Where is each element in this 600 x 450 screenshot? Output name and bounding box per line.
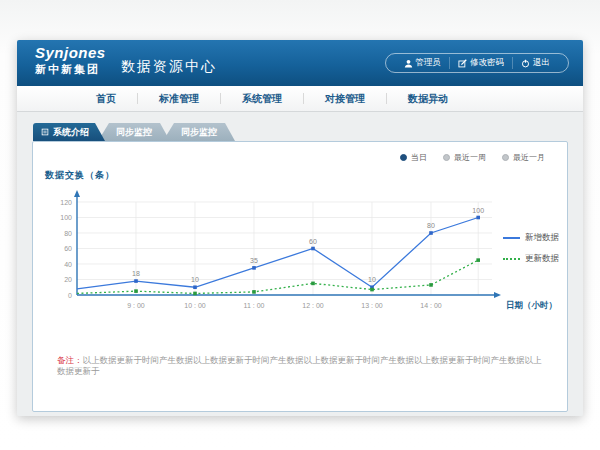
nav-item-4[interactable]: 数据异动 xyxy=(387,92,469,106)
data-point-label: 10 xyxy=(191,276,199,283)
user-menu-power[interactable]: 退出 xyxy=(512,57,558,69)
nav-item-1[interactable]: 标准管理 xyxy=(138,92,220,106)
user-icon xyxy=(404,59,413,68)
tab-bar: 系统介绍同步监控同步监控 xyxy=(33,123,235,141)
app-window: Synjones 新中新集团 数据资源中心 管理员修改密码退出 首页标准管理系统… xyxy=(17,40,583,416)
legend-item-1: 更新数据 xyxy=(503,253,559,265)
nav-item-0[interactable]: 首页 xyxy=(75,92,137,106)
main-nav: 首页标准管理系统管理对接管理数据异动 xyxy=(17,86,583,112)
edit-icon xyxy=(458,59,467,68)
data-point-label: 60 xyxy=(309,238,317,245)
tab-2[interactable]: 同步监控 xyxy=(163,123,235,141)
nav-item-2[interactable]: 系统管理 xyxy=(221,92,303,106)
data-point xyxy=(193,292,197,296)
logo-primary: Synjones xyxy=(35,45,106,60)
radio-option-1[interactable]: 最近一周 xyxy=(443,152,486,163)
header-bar: Synjones 新中新集团 数据资源中心 管理员修改密码退出 xyxy=(17,40,583,86)
data-point-label: 35 xyxy=(250,257,258,264)
footnote-text: 以上数据更新于时间产生数据以上数据更新于时间产生数据以上数据更新于时间产生数据以… xyxy=(57,355,542,376)
series-line-0 xyxy=(77,218,478,289)
y-tick-label: 120 xyxy=(60,199,72,206)
data-point xyxy=(311,247,315,251)
data-point xyxy=(429,283,433,287)
data-point-label: 80 xyxy=(427,222,435,229)
x-tick-label: 13 : 00 xyxy=(361,302,383,309)
y-tick-label: 0 xyxy=(68,292,72,299)
radio-icon xyxy=(443,154,450,161)
data-point xyxy=(193,285,197,289)
radio-option-2[interactable]: 最近一月 xyxy=(502,152,545,163)
data-point xyxy=(476,258,480,262)
x-tick-label: 12 : 00 xyxy=(302,302,324,309)
y-tick-label: 80 xyxy=(64,230,72,237)
chart-legend: 新增数据更新数据 xyxy=(503,232,559,265)
logo-secondary: 新中新集团 xyxy=(35,64,106,75)
y-tick-label: 20 xyxy=(64,276,72,283)
footnote: 备注：以上数据更新于时间产生数据以上数据更新于时间产生数据以上数据更新于时间产生… xyxy=(57,355,549,377)
tab-1[interactable]: 同步监控 xyxy=(98,123,170,141)
content-area: 系统介绍同步监控同步监控 当日最近一周最近一月 数据交换（条） 02040608… xyxy=(17,113,583,416)
y-axis-title: 数据交换（条） xyxy=(45,169,115,182)
x-tick-label: 9 : 00 xyxy=(127,302,145,309)
chart-svg: 0204060801001209 : 0010 : 0011 : 0012 : … xyxy=(47,182,567,334)
radio-option-0[interactable]: 当日 xyxy=(400,152,427,163)
x-tick-label: 14 : 00 xyxy=(420,302,442,309)
power-icon xyxy=(521,59,530,68)
tab-0[interactable]: 系统介绍 xyxy=(33,123,105,141)
x-axis-title: 日期（小时） xyxy=(506,300,557,310)
y-tick-label: 40 xyxy=(64,261,72,268)
y-tick-label: 60 xyxy=(64,245,72,252)
data-point xyxy=(429,231,433,235)
user-menu-edit[interactable]: 修改密码 xyxy=(449,57,512,69)
x-axis-arrow xyxy=(494,292,501,298)
logo: Synjones 新中新集团 xyxy=(35,45,106,75)
nav-item-3[interactable]: 对接管理 xyxy=(304,92,386,106)
data-point-label: 18 xyxy=(132,270,140,277)
x-tick-label: 11 : 00 xyxy=(244,302,265,309)
chart-panel: 当日最近一周最近一月 数据交换（条） 0204060801001209 : 00… xyxy=(32,141,568,412)
data-point xyxy=(134,289,138,293)
form-icon xyxy=(41,128,49,136)
user-menu: 管理员修改密码退出 xyxy=(385,53,570,73)
legend-line-sample xyxy=(503,237,520,239)
data-point-label: 100 xyxy=(472,207,484,214)
radio-icon xyxy=(400,154,407,161)
data-point xyxy=(252,266,256,270)
footnote-label: 备注： xyxy=(57,355,83,365)
data-point xyxy=(134,279,138,283)
radio-icon xyxy=(502,154,509,161)
data-point-label: 10 xyxy=(368,276,376,283)
user-menu-user[interactable]: 管理员 xyxy=(396,57,450,69)
data-point xyxy=(476,216,480,220)
data-point xyxy=(370,288,374,292)
y-tick-label: 100 xyxy=(60,214,72,221)
x-tick-label: 10 : 00 xyxy=(184,302,206,309)
legend-line-sample xyxy=(503,258,520,260)
time-range-filter: 当日最近一周最近一月 xyxy=(400,152,545,163)
data-point xyxy=(311,282,315,286)
page-title: 数据资源中心 xyxy=(121,58,217,76)
y-axis-arrow xyxy=(74,190,80,197)
legend-item-0: 新增数据 xyxy=(503,232,559,244)
data-point xyxy=(252,290,256,294)
